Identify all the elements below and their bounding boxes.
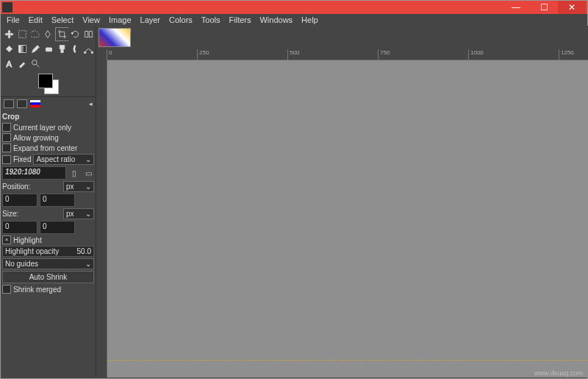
expand-center-label: Expand from center	[13, 144, 77, 152]
canvas-area: × 0 250 500 750 1000 1250 1500	[96, 26, 588, 378]
svg-rect-9	[30, 100, 40, 102]
size-h-input[interactable]: 0	[40, 221, 75, 234]
menu-layer[interactable]: Layer	[137, 15, 164, 25]
rect-select-tool[interactable]	[15, 27, 29, 41]
position-unit-select[interactable]: px⌄	[63, 181, 94, 192]
device-tab[interactable]	[17, 99, 27, 108]
menu-windows[interactable]: Windows	[257, 15, 295, 25]
svg-rect-4	[61, 49, 63, 52]
flag-icon	[30, 100, 40, 107]
gradient-tool[interactable]	[15, 42, 29, 56]
canvas[interactable]	[107, 60, 588, 378]
expand-center-checkbox[interactable]	[2, 144, 11, 152]
vertical-ruler[interactable]	[96, 60, 107, 378]
color-picker-tool[interactable]	[15, 57, 29, 71]
current-layer-checkbox[interactable]	[2, 123, 11, 132]
crop-tool[interactable]	[55, 27, 69, 41]
current-layer-label: Current layer only	[13, 124, 71, 132]
highlight-opacity-slider[interactable]: Highlight opacity50.0	[2, 246, 94, 257]
maximize-button[interactable]: ☐	[530, 1, 558, 14]
path-tool[interactable]	[82, 42, 96, 56]
svg-rect-0	[19, 31, 26, 38]
svg-rect-10	[30, 102, 40, 105]
menu-image[interactable]: Image	[106, 15, 135, 25]
close-button[interactable]: ✕	[558, 1, 586, 14]
svg-point-6	[91, 52, 93, 53]
svg-rect-11	[30, 105, 40, 107]
pos-y-input[interactable]: 0	[40, 194, 75, 207]
tool-options-panel: Crop Current layer only Allow growing Ex…	[1, 110, 96, 296]
fixed-label: Fixed	[13, 155, 31, 163]
svg-rect-2	[46, 48, 51, 52]
pos-x-input[interactable]: 0	[2, 194, 37, 207]
toolbox: A	[1, 26, 96, 72]
size-w-input[interactable]: 0	[2, 221, 37, 234]
color-swatches[interactable]	[38, 74, 59, 94]
menu-select[interactable]: Select	[49, 15, 77, 25]
svg-text:A: A	[6, 60, 12, 68]
menu-help[interactable]: Help	[298, 15, 321, 25]
guides-select[interactable]: No guides⌄	[2, 258, 94, 269]
left-panel: A ◂ Crop Current layer only Allow growin…	[1, 26, 96, 378]
close-tab-icon[interactable]: ×	[128, 27, 132, 35]
shrink-merged-label: Shrink merged	[13, 286, 61, 294]
horizontal-ruler[interactable]: 0 250 500 750 1000 1250 1500	[107, 49, 588, 60]
aspect-input[interactable]: 1920:1080	[2, 166, 66, 180]
svg-rect-1	[19, 46, 26, 53]
document-tab[interactable]: ×	[98, 28, 131, 47]
free-select-tool[interactable]	[29, 27, 43, 41]
menu-tools[interactable]: Tools	[198, 15, 223, 25]
fuzzy-select-tool[interactable]	[42, 27, 56, 41]
crop-boundary[interactable]	[107, 360, 588, 361]
zoom-tool[interactable]	[29, 57, 43, 71]
pencil-tool[interactable]	[29, 42, 43, 56]
menu-file[interactable]: File	[4, 15, 23, 25]
rotate-tool[interactable]	[68, 27, 82, 41]
svg-point-5	[84, 52, 85, 53]
size-label: Size:	[2, 210, 18, 218]
position-label: Position:	[2, 183, 30, 191]
clone-tool[interactable]	[55, 42, 69, 56]
app-icon	[2, 2, 12, 13]
tool-options-tab[interactable]	[4, 99, 14, 108]
svg-rect-3	[60, 46, 65, 49]
shrink-merged-checkbox[interactable]	[2, 285, 11, 294]
auto-shrink-button[interactable]: Auto Shrink	[2, 271, 94, 283]
svg-point-8	[32, 60, 37, 65]
eraser-tool[interactable]	[42, 42, 56, 56]
flip-tool[interactable]	[82, 27, 96, 41]
bucket-tool[interactable]	[2, 42, 16, 56]
allow-growing-checkbox[interactable]	[2, 133, 11, 142]
panel-menu-icon[interactable]: ◂	[89, 100, 93, 107]
menu-view[interactable]: View	[79, 15, 103, 25]
fg-color[interactable]	[38, 74, 53, 88]
highlight-checkbox[interactable]: ×	[2, 235, 11, 244]
allow-growing-label: Allow growing	[13, 134, 59, 142]
menu-colors[interactable]: Colors	[166, 15, 196, 25]
menu-filters[interactable]: Filters	[226, 15, 254, 25]
minimize-button[interactable]: —	[502, 1, 530, 14]
portrait-icon[interactable]: ▯	[68, 168, 80, 178]
watermark: www.deuaq.com	[534, 369, 583, 377]
tool-options-title: Crop	[2, 111, 94, 122]
fixed-mode-select[interactable]: Aspect ratio⌄	[33, 154, 94, 165]
landscape-icon[interactable]: ▭	[82, 168, 94, 178]
app-window: — ☐ ✕ File Edit Select View Image Layer …	[0, 0, 588, 379]
titlebar[interactable]: — ☐ ✕	[1, 1, 587, 14]
smudge-tool[interactable]	[68, 42, 82, 56]
text-tool[interactable]: A	[2, 57, 16, 71]
menu-edit[interactable]: Edit	[26, 15, 46, 25]
move-tool[interactable]	[2, 27, 16, 41]
highlight-label: Highlight	[13, 236, 42, 244]
size-unit-select[interactable]: px⌄	[63, 208, 94, 219]
menubar: File Edit Select View Image Layer Colors…	[1, 14, 587, 26]
fixed-checkbox[interactable]	[2, 155, 11, 164]
